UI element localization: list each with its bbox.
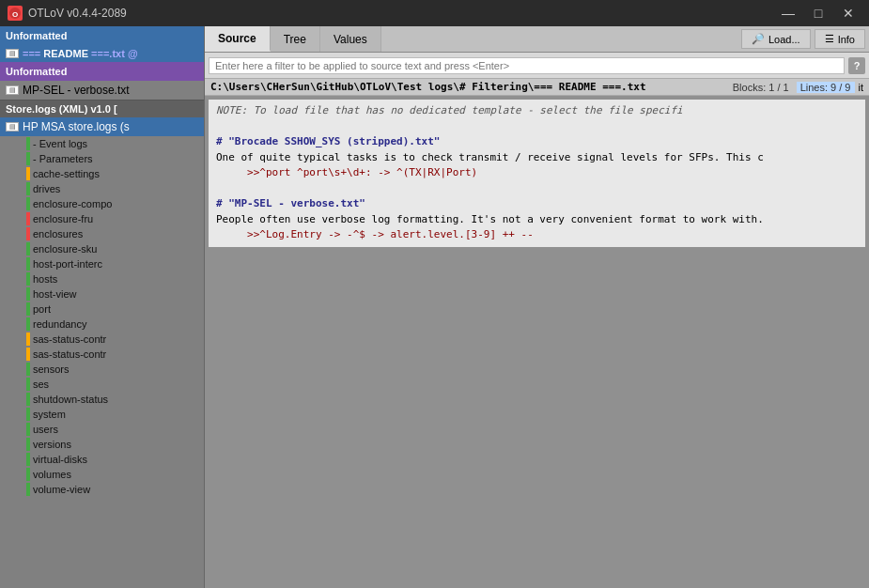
- file-icon-3: ▤: [6, 122, 19, 132]
- tree-item-label: enclosures: [33, 228, 83, 240]
- tree-item[interactable]: volume-view: [0, 482, 204, 497]
- tree-item-label: ses: [33, 379, 49, 390]
- hp-msa-label: HP MSA store.logs (s: [23, 120, 130, 133]
- path-bar: C:\Users\CHerSun\GitHub\OTLoV\Test logs\…: [205, 79, 869, 96]
- tree-item-label: system: [33, 409, 66, 420]
- tab-tree[interactable]: Tree: [271, 26, 320, 52]
- load-button[interactable]: 🔎 Load...: [741, 29, 811, 49]
- code2: >>^Log.Entry -> -^$ -> alert.level.[3-9]…: [216, 228, 534, 240]
- tree-item[interactable]: - Parameters: [0, 151, 204, 166]
- tree-item-label: sensors: [33, 364, 70, 375]
- tree-item-label: cache-settings: [33, 168, 100, 179]
- tree-item[interactable]: enclosure-compo: [0, 196, 204, 211]
- tree-color-indicator: [26, 363, 30, 376]
- store-header: Store.logs (XML) v1.0 [: [0, 100, 204, 117]
- note-line: NOTE: To load file that has no dedicated…: [216, 104, 683, 116]
- readme-file-item[interactable]: ▤ === README ===.txt @: [0, 45, 204, 62]
- title-bar: O OTLoV v0.4.4-2089 — □ ✕: [0, 0, 869, 26]
- tree-color-indicator: [26, 197, 30, 210]
- filter-bar: ?: [205, 53, 869, 79]
- filter-input[interactable]: [209, 57, 845, 74]
- svg-text:O: O: [12, 10, 18, 19]
- tree-item[interactable]: enclosure-fru: [0, 211, 204, 226]
- hp-msa-file-item[interactable]: ▤ HP MSA store.logs (s: [0, 117, 204, 136]
- tree-item-label: redundancy: [33, 318, 87, 330]
- tree-color-indicator: [26, 317, 30, 331]
- maximize-button[interactable]: □: [805, 0, 831, 26]
- mp-sel-label: MP-SEL - verbose.txt: [23, 84, 130, 97]
- tree-color-indicator: [26, 483, 30, 496]
- code-content[interactable]: NOTE: To load file that has no dedicated…: [205, 96, 869, 588]
- tree-item[interactable]: host-port-interc: [0, 256, 204, 271]
- tree-item[interactable]: ses: [0, 377, 204, 392]
- tree-color-indicator: [26, 212, 30, 225]
- tree-item[interactable]: users: [0, 422, 204, 437]
- tab-values[interactable]: Values: [320, 26, 381, 52]
- code1: >>^port ^port\s+\d+: -> ^(TX|RX|Port): [216, 166, 477, 178]
- app-title: OTLoV v0.4.4-2089: [28, 7, 127, 20]
- tree-color-indicator: [26, 438, 30, 451]
- tree-color-indicator: [26, 272, 30, 286]
- tree-item[interactable]: volumes: [0, 467, 204, 482]
- tree-item[interactable]: drives: [0, 181, 204, 196]
- tree-item[interactable]: enclosure-sku: [0, 241, 204, 256]
- tree-color-indicator: [26, 287, 30, 301]
- tree-item-label: virtual-disks: [33, 454, 87, 465]
- file-path: C:\Users\CHerSun\GitHub\OTLoV\Test logs\…: [210, 81, 725, 93]
- tree-color-indicator: [26, 393, 30, 406]
- tree-item[interactable]: hosts: [0, 271, 204, 286]
- menu-icon: ☰: [825, 33, 834, 45]
- tree-section[interactable]: - Event logs- Parameterscache-settingsdr…: [0, 136, 204, 588]
- minimize-button[interactable]: —: [775, 0, 801, 26]
- tree-item[interactable]: sas-status-contr: [0, 347, 204, 362]
- tree-color-indicator: [26, 333, 30, 346]
- tree-item-label: shutdown-status: [33, 394, 108, 405]
- tree-item-label: volume-view: [33, 484, 90, 495]
- tree-color-indicator: [26, 302, 30, 316]
- tree-color-indicator: [26, 152, 30, 165]
- desc1: One of quite typical tasks is to check t…: [216, 151, 764, 163]
- main-layout: Unformatted ▤ === README ===.txt @ Unfor…: [0, 26, 869, 588]
- tree-item-label: - Event logs: [33, 138, 87, 149]
- tree-color-indicator: [26, 453, 30, 466]
- help-icon[interactable]: ?: [848, 57, 865, 74]
- file-icon-2: ▤: [6, 85, 19, 95]
- tree-color-indicator: [26, 227, 30, 240]
- window-controls: — □ ✕: [775, 0, 861, 26]
- tree-item[interactable]: port: [0, 302, 204, 317]
- tree-item-label: sas-status-contr: [33, 333, 106, 345]
- close-button[interactable]: ✕: [835, 0, 861, 26]
- tree-item[interactable]: enclosures: [0, 226, 204, 241]
- tree-item[interactable]: shutdown-status: [0, 392, 204, 407]
- tree-item[interactable]: virtual-disks: [0, 452, 204, 467]
- info-button[interactable]: ☰ Info: [815, 29, 865, 49]
- tree-color-indicator: [26, 468, 30, 481]
- desc2: People often use verbose log formatting.…: [216, 213, 764, 225]
- tree-color-indicator: [26, 378, 30, 391]
- tree-item[interactable]: host-view: [0, 286, 204, 302]
- tree-item[interactable]: system: [0, 407, 204, 422]
- tab-bar: Source Tree Values 🔎 Load... ☰ Info: [205, 26, 869, 53]
- extra-info: it: [859, 82, 864, 93]
- title-left: O OTLoV v0.4.4-2089: [8, 6, 127, 21]
- tree-item[interactable]: cache-settings: [0, 166, 204, 181]
- lines-info: Lines: 9 / 9: [797, 82, 855, 93]
- tab-source[interactable]: Source: [205, 26, 271, 52]
- tree-color-indicator: [26, 182, 30, 195]
- blocks-info: Blocks: 1 / 1: [733, 82, 789, 93]
- load-icon: 🔎: [752, 33, 765, 45]
- tree-item[interactable]: redundancy: [0, 317, 204, 332]
- tree-color-indicator: [26, 348, 30, 361]
- tree-color-indicator: [26, 257, 30, 271]
- tree-item-label: hosts: [33, 273, 57, 285]
- tree-item[interactable]: versions: [0, 437, 204, 452]
- mp-sel-file-item[interactable]: ▤ MP-SEL - verbose.txt: [0, 81, 204, 100]
- tree-item-label: volumes: [33, 469, 71, 480]
- tree-item[interactable]: sas-status-contr: [0, 332, 204, 347]
- app-logo: O: [8, 6, 23, 21]
- tree-item[interactable]: sensors: [0, 362, 204, 377]
- comment2: # "MP-SEL - verbose.txt": [216, 197, 365, 209]
- tree-color-indicator: [26, 137, 30, 150]
- readme-label: === README ===.txt @: [23, 48, 138, 59]
- tree-item[interactable]: - Event logs: [0, 136, 204, 151]
